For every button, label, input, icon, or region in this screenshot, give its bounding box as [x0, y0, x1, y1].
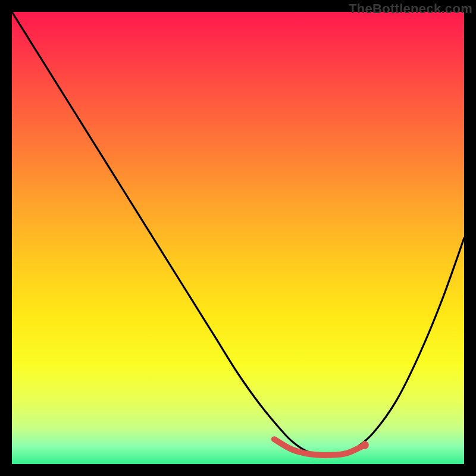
highlight-endpoint-dot	[361, 441, 369, 449]
watermark-text: TheBottleneck.com	[349, 1, 472, 17]
optimum-highlight	[12, 12, 464, 464]
plot-area	[12, 12, 464, 464]
chart-frame: TheBottleneck.com	[0, 0, 476, 476]
highlight-path	[274, 439, 365, 455]
